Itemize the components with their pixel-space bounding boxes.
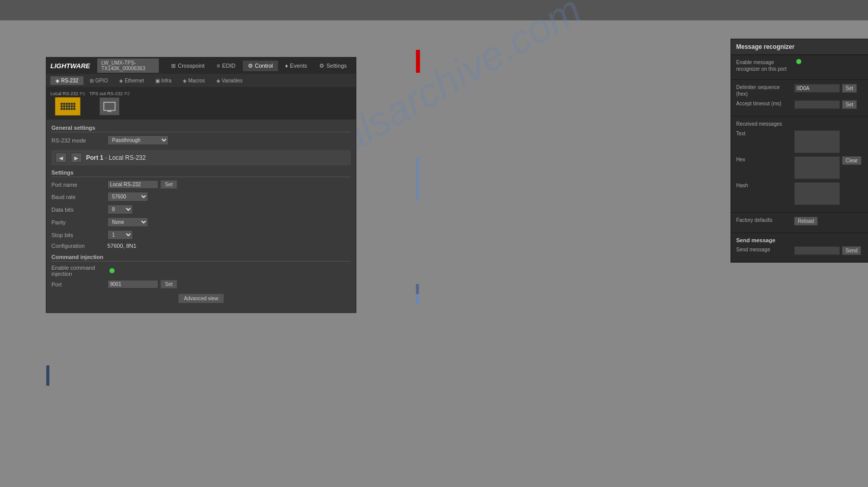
parity-label: Parity <box>51 219 107 225</box>
events-icon: ♦ <box>285 63 288 69</box>
logo: LIGHTWARE <box>50 62 90 70</box>
accept-timeout-set-button[interactable]: Set <box>842 100 857 109</box>
stop-bits-label: Stop bits <box>51 232 107 238</box>
accept-timeout-row: Accept timeout (ms) Set <box>736 100 863 109</box>
port-next-button[interactable]: ▶ <box>71 153 82 163</box>
subtab-macros[interactable]: ◈ Macros <box>178 76 210 85</box>
baud-rate-label: Baud rate <box>51 194 107 200</box>
blue-bar-1 <box>416 158 419 201</box>
port-button-local[interactable] <box>55 97 80 116</box>
stop-bits-row: Stop bits 1 2 <box>51 230 351 240</box>
subtab-ethernet[interactable]: ◈ Ethernet <box>114 76 149 85</box>
send-message-row: Send message Send <box>736 246 863 255</box>
device-id: LW_UMX-TPS-TX140K_00006363 <box>97 59 159 73</box>
port-item-local: Local RS-232 P1 <box>50 91 86 116</box>
rs232-mode-label: RS-232 mode <box>51 137 107 144</box>
content-area: General settings RS-232 mode Passthrough… <box>46 120 356 312</box>
tab-settings-label: Settings <box>326 63 347 69</box>
enable-row: Enable message recognizer on this port <box>736 59 863 72</box>
port-box-local: Local RS-232 P1 <box>50 91 86 116</box>
tab-edid-label: EDID <box>222 63 235 69</box>
tab-control[interactable]: ⚙ Control <box>243 61 278 71</box>
port-name-set-button[interactable]: Set <box>160 180 177 189</box>
data-bits-row: Data bits 8 7 <box>51 205 351 214</box>
send-message-section: Send message Send message Send <box>731 233 868 262</box>
send-message-input[interactable] <box>794 246 840 255</box>
port-name-input[interactable] <box>107 180 158 189</box>
rs232-mode-select[interactable]: Passthrough Control Bridge <box>107 135 169 145</box>
sub-tab-bar: ◈ RS-232 ⊞ GPIO ◈ Ethernet ▣ Infra ◈ Mac… <box>46 74 356 87</box>
subtab-rs232[interactable]: ◈ RS-232 <box>50 76 83 85</box>
hex-received-textarea[interactable] <box>794 156 840 179</box>
enable-command-status <box>109 268 115 273</box>
accept-timeout-input[interactable] <box>794 100 840 109</box>
rs232-mode-row: RS-232 mode Passthrough Control Bridge <box>51 135 351 145</box>
blue-bar-3 <box>416 295 419 304</box>
port-name-label: Port name <box>51 182 107 188</box>
device-panel: LIGHTWARE LW_UMX-TPS-TX140K_00006363 ⊞ C… <box>46 57 356 313</box>
subtab-infra[interactable]: ▣ Infra <box>150 76 177 85</box>
red-bar-indicator <box>416 50 420 73</box>
tab-settings[interactable]: ⚙ Settings <box>314 61 352 71</box>
screen-icon <box>103 102 116 111</box>
config-label: Configuration <box>51 243 107 249</box>
parity-select[interactable]: None Even Odd <box>107 217 148 227</box>
factory-defaults-row: Factory defaults Reload <box>736 217 863 225</box>
control-icon: ⚙ <box>248 63 253 69</box>
subtab-gpio[interactable]: ⊞ GPIO <box>85 76 113 85</box>
text-row: Text <box>736 130 863 153</box>
hex-row: Hex Clear <box>736 156 863 179</box>
delimiter-set-button[interactable]: Set <box>842 84 857 93</box>
port-number-row: Port Set <box>51 280 351 289</box>
received-messages-label: Received messages <box>736 121 792 127</box>
delimiter-input[interactable] <box>794 84 840 93</box>
subtab-variables[interactable]: ◈ Variables <box>211 76 248 85</box>
enable-command-row: Enable command injection <box>51 265 351 277</box>
tab-events[interactable]: ♦ Events <box>280 61 312 71</box>
reload-button[interactable]: Reload <box>794 217 818 225</box>
blue-bar-left <box>46 365 49 386</box>
enable-label: Enable message recognizer on this port <box>736 59 792 72</box>
send-button[interactable]: Send <box>842 246 861 255</box>
delimiter-row: Delimiter sequence (hex) Set <box>736 84 863 97</box>
port-number-set-button[interactable]: Set <box>160 280 177 289</box>
tab-crosspoint-label: Crosspoint <box>178 63 205 69</box>
variables-icon: ◈ <box>216 78 220 83</box>
send-message-label: Send message <box>736 246 792 253</box>
received-messages-section: Received messages Text Hex Clear Hash <box>731 117 868 213</box>
text-received-textarea[interactable] <box>794 130 840 153</box>
received-messages-row: Received messages <box>736 121 863 127</box>
hash-received-textarea[interactable] <box>794 182 840 205</box>
delimiter-section: Delimiter sequence (hex) Set Accept time… <box>731 80 868 117</box>
port-button-tps[interactable] <box>99 97 120 116</box>
subtab-ethernet-label: Ethernet <box>125 78 144 83</box>
enable-section: Enable message recognizer on this port <box>731 55 868 80</box>
send-message-title: Send message <box>736 237 863 243</box>
port-settings-title: Settings <box>51 169 351 177</box>
stop-bits-select[interactable]: 1 2 <box>107 230 133 240</box>
port-selector: Local RS-232 P1 TPS <box>46 87 356 120</box>
port-number-input[interactable] <box>107 280 158 289</box>
clear-button[interactable]: Clear <box>842 156 861 165</box>
data-bits-select[interactable]: 8 7 <box>107 205 133 214</box>
factory-defaults-section: Factory defaults Reload <box>731 213 868 233</box>
tab-control-label: Control <box>255 63 273 69</box>
port-settings-section: Settings Port name Set Baud rate 57600 9… <box>51 169 351 249</box>
port-prev-button[interactable]: ◀ <box>55 153 67 163</box>
text-sublabel: Text <box>736 130 792 137</box>
edid-icon: ≡ <box>217 63 220 69</box>
parity-row: Parity None Even Odd <box>51 217 351 227</box>
general-settings-section: General settings RS-232 mode Passthrough… <box>51 125 351 145</box>
accept-timeout-label: Accept timeout (ms) <box>736 100 792 107</box>
message-recognizer-panel: Message recognizer Enable message recogn… <box>731 39 868 263</box>
baud-rate-row: Baud rate 57600 9600 115200 <box>51 192 351 202</box>
subtab-rs232-label: RS-232 <box>61 78 78 83</box>
baud-rate-select[interactable]: 57600 9600 115200 <box>107 192 148 202</box>
tab-edid[interactable]: ≡ EDID <box>212 61 241 71</box>
blue-bar-2 <box>416 284 419 294</box>
advanced-view-button[interactable]: Advanced view <box>178 294 223 303</box>
tab-events-label: Events <box>290 63 307 69</box>
ethernet-icon: ◈ <box>119 78 123 83</box>
tab-crosspoint[interactable]: ⊞ Crosspoint <box>166 61 210 71</box>
general-settings-title: General settings <box>51 125 351 132</box>
